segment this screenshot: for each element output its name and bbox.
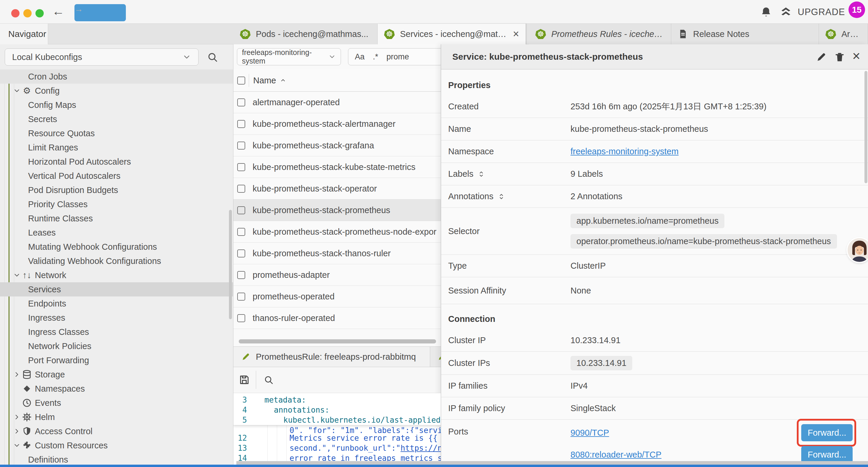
sidebar-item-pod-disruption-budgets[interactable]: Pod Disruption Budgets <box>0 183 233 197</box>
table-row-kube-prometheus-stack-prometheus[interactable]: kube-prometheus-stack-prometheus <box>234 200 441 221</box>
namespace-link[interactable]: freeleaps-monitoring-system <box>570 147 679 156</box>
sidebar-item-access-control[interactable]: Access Control <box>0 424 233 438</box>
row-checkbox[interactable] <box>237 98 245 107</box>
clock-icon <box>22 398 32 408</box>
upgrade-button[interactable]: UPGRADE <box>779 6 845 18</box>
select-all-checkbox[interactable] <box>237 77 245 85</box>
toolbar-divider <box>256 371 256 389</box>
row-checkbox[interactable] <box>237 142 245 150</box>
property-label: Cluster IP <box>448 335 486 345</box>
table-row-kube-prometheus-stack-alertmanager[interactable]: kube-prometheus-stack-alertmanager <box>234 113 441 135</box>
regex-toggle[interactable]: .* <box>373 52 378 61</box>
edit-icon[interactable] <box>816 52 827 63</box>
table-row-kube-prometheus-stack-kube-state-metrics[interactable]: kube-prometheus-stack-kube-state-metrics <box>234 156 441 178</box>
sidebar-item-network-policies[interactable]: Network Policies <box>0 339 233 353</box>
row-checkbox[interactable] <box>237 206 245 214</box>
row-checkbox[interactable] <box>237 250 245 258</box>
port-link[interactable]: 9090/TCP <box>570 428 609 438</box>
row-checkbox[interactable] <box>237 293 245 300</box>
table-row-kube-prometheus-stack-thanos-ruler[interactable]: kube-prometheus-stack-thanos-ruler <box>234 243 441 264</box>
tab-pods-icecheng-mathmas[interactable]: ☸Pods - icecheng@mathmas... <box>234 24 378 44</box>
sidebar-item-vertical-pod-autoscalers[interactable]: Vertical Pod Autoscalers <box>0 169 233 183</box>
match-case-toggle[interactable]: Aa <box>355 52 365 61</box>
property-row-session-affinity: Session AffinityNone <box>441 277 868 304</box>
table-row-kube-prometheus-stack-prometheus-node-expor[interactable]: kube-prometheus-stack-prometheus-node-ex… <box>234 221 441 243</box>
sidebar-item-runtime-classes[interactable]: Runtime Classes <box>0 211 233 226</box>
back-arrow-icon[interactable]: ← <box>52 4 64 18</box>
tab-navigator[interactable]: Navigator <box>0 24 48 44</box>
close-tab-icon[interactable]: × <box>513 28 519 40</box>
tab-release-notes[interactable]: Release Notes <box>671 24 819 44</box>
editor-tab-prometheusrule[interactable]: PrometheusRule: freeleaps-prod-rabbitmq <box>234 347 430 367</box>
bell-icon[interactable] <box>760 6 772 18</box>
yaml-editor[interactable]: 3metadata:4annotations:5kubectl.kubernet… <box>234 393 441 467</box>
sidebar-item-leases[interactable]: Leases <box>0 226 233 240</box>
table-row-prometheus-operated[interactable]: prometheus-operated <box>234 286 441 308</box>
sidebar-search-icon[interactable] <box>207 52 218 63</box>
editor-search-icon[interactable] <box>264 375 274 385</box>
forward-button[interactable]: Forward... <box>801 446 852 463</box>
panel-scrollbar[interactable] <box>864 71 867 183</box>
sidebar-item-endpoints[interactable]: Endpoints <box>0 296 233 311</box>
tab-services-icecheng-math[interactable]: ☸Services - icecheng@math...× <box>378 24 526 44</box>
row-checkbox[interactable] <box>237 314 245 322</box>
sidebar-item-limit-ranges[interactable]: Limit Ranges <box>0 140 233 154</box>
sort-ascending-icon[interactable] <box>279 77 286 84</box>
sidebar-item-mutating-webhook-configurations[interactable]: Mutating Webhook Configurations <box>0 240 233 254</box>
table-row-thanos-ruler-operated[interactable]: thanos-ruler-operated <box>234 308 441 329</box>
code-link[interactable]: https://net <box>401 444 441 453</box>
sidebar-item-helm[interactable]: Helm <box>0 410 233 424</box>
tab-argo-se[interactable]: ☸Argo Se <box>819 24 868 44</box>
namespace-filter-select[interactable]: freeleaps-monitoring-system <box>237 48 341 65</box>
sidebar-item-priority-classes[interactable]: Priority Classes <box>0 197 233 211</box>
table-row-kube-prometheus-stack-operator[interactable]: kube-prometheus-stack-operator <box>234 178 441 200</box>
sidebar-item-events[interactable]: Events <box>0 396 233 410</box>
window-zoom-button[interactable] <box>35 9 44 18</box>
sidebar-item-config-maps[interactable]: Config Maps <box>0 98 233 112</box>
sidebar-item-ingress-classes[interactable]: Ingress Classes <box>0 325 233 339</box>
sidebar-item-network[interactable]: ↑↓Network <box>0 268 233 282</box>
notification-badge[interactable]: 15 <box>848 1 865 18</box>
kubeconfig-select[interactable]: Local Kubeconfigs <box>5 49 198 66</box>
tab-prometheus-rules-icecheng[interactable]: ☸Prometheus Rules - icecheng... <box>529 24 671 44</box>
row-checkbox[interactable] <box>237 228 245 236</box>
sidebar-scrollbar[interactable] <box>229 210 232 319</box>
property-row-annotations: Annotations2 Annotations <box>441 185 868 208</box>
window-minimize-button[interactable] <box>23 9 32 18</box>
editor-tab-next[interactable] <box>431 347 441 367</box>
trash-icon[interactable] <box>834 52 845 63</box>
table-row-kube-prometheus-stack-grafana[interactable]: kube-prometheus-stack-grafana <box>234 135 441 156</box>
save-icon[interactable] <box>239 374 250 385</box>
port-link[interactable]: 8080:reloader-web/TCP <box>570 450 661 460</box>
window-close-button[interactable] <box>11 9 20 18</box>
table-search-input[interactable]: Aa .* prome <box>348 48 441 65</box>
row-checkbox[interactable] <box>237 120 245 128</box>
sidebar-item-label: Helm <box>35 412 55 422</box>
row-checkbox[interactable] <box>237 185 245 193</box>
sidebar-item-resource-quotas[interactable]: Resource Quotas <box>0 126 233 140</box>
sidebar-item-storage[interactable]: Storage <box>0 368 233 382</box>
sidebar-item-config[interactable]: ⚙Config <box>0 84 233 98</box>
forward-button[interactable]: Forward... <box>801 424 852 441</box>
sidebar-item-port-forwarding[interactable]: Port Forwarding <box>0 353 233 368</box>
property-row-selector: Selectorapp.kubernetes.io/name=prometheu… <box>441 208 868 255</box>
sidebar-item-namespaces[interactable]: Namespaces <box>0 382 233 396</box>
sidebar-item-services[interactable]: Services <box>0 282 233 296</box>
table-row-prometheus-adapter[interactable]: prometheus-adapter <box>234 264 441 286</box>
property-row-ip-family-policy: IP family policySingleStack <box>441 397 868 420</box>
window-horizontal-scrollbar[interactable] <box>236 461 868 465</box>
close-icon[interactable]: × <box>852 48 860 64</box>
table-horizontal-scrollbar[interactable] <box>239 339 436 344</box>
sidebar-item-horizontal-pod-autoscalers[interactable]: Horizontal Pod Autoscalers <box>0 154 233 169</box>
sidebar-item-secrets[interactable]: Secrets <box>0 112 233 126</box>
row-checkbox[interactable] <box>237 163 245 171</box>
sidebar-item-ingresses[interactable]: Ingresses <box>0 311 233 325</box>
name-column-header[interactable]: Name <box>253 76 276 85</box>
forward-arrow-icon[interactable]: → <box>74 4 126 21</box>
row-checkbox[interactable] <box>237 271 245 279</box>
property-value: 9 Labels <box>570 169 603 179</box>
sidebar-item-custom-resources[interactable]: Custom Resources <box>0 438 233 453</box>
table-row-alertmanager-operated[interactable]: alertmanager-operated <box>234 92 441 113</box>
sidebar-item-validating-webhook-configurations[interactable]: Validating Webhook Configurations <box>0 254 233 268</box>
sidebar-item-cron-jobs[interactable]: Cron Jobs <box>0 69 233 84</box>
